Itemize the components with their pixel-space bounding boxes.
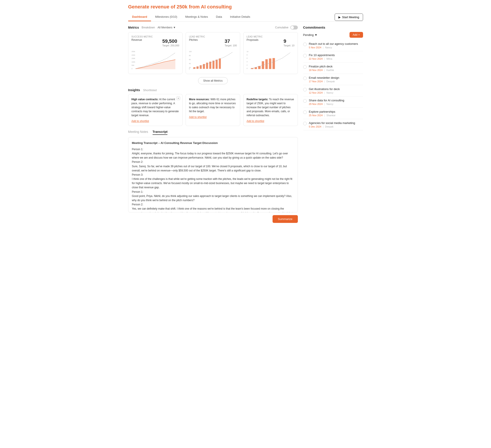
breakdown-value[interactable]: All Members ▼ (158, 26, 176, 29)
add-shortlist-link-2[interactable]: Add to shortlist (247, 120, 294, 123)
tab-meetings[interactable]: Meetings & Notes (181, 13, 212, 21)
commitment-item-7: Agencies for social media marketing 5 De… (303, 119, 363, 130)
svg-rect-28 (251, 68, 254, 69)
commitment-checkbox-5[interactable] (303, 99, 307, 103)
metric-value-revenue: 59,500 (162, 38, 179, 44)
metrics-header: Metrics Breakdown All Members ▼ Cumulati… (128, 26, 298, 29)
commitment-checkbox-7[interactable] (303, 122, 307, 125)
show-all-metrics-wrap: Show all Metrics (128, 77, 298, 84)
svg-text:0: 0 (189, 68, 190, 70)
commitment-text-6: Explore partnerships (309, 110, 363, 113)
add-shortlist-link-0[interactable]: Add to shortlist (132, 120, 179, 123)
svg-text:8: 8 (247, 54, 247, 56)
insight-text-0: High value contracts: At the current pac… (132, 97, 179, 117)
tab-meeting-notes[interactable]: Meeting Notes (128, 130, 148, 135)
commitment-meta-2: 18 Nov 2024 | Karthik (309, 69, 363, 71)
svg-text:60: 60 (189, 59, 191, 61)
insights-title: Insights (128, 88, 140, 92)
insight-title-2: Redefine targets: (247, 98, 268, 101)
metric-name-proposals: Proposals (247, 38, 258, 41)
commitment-person-6: Shankar (326, 114, 336, 117)
metric-name-pitches: Pitches (189, 38, 198, 41)
toggle-knob (291, 26, 294, 29)
start-meeting-button[interactable]: ▶ Start Meeting (335, 14, 363, 21)
commitments-list: Reach out to all our agency customers 5 … (303, 40, 363, 130)
commitment-text-7: Agencies for social media marketing (309, 121, 363, 125)
tab-milestones[interactable]: Milestones (0/10) (151, 13, 181, 21)
svg-rect-19 (216, 60, 218, 69)
metric-card-proposals: LEAD METRIC Proposals 9 Target: 10 10 8 … (243, 32, 298, 74)
svg-text:6: 6 (247, 57, 247, 59)
show-all-metrics-button[interactable]: Show all Metrics (198, 77, 227, 84)
insight-title-1: More resources: (189, 98, 209, 101)
commitment-date-7: 5 Dec 2024 (309, 125, 321, 128)
commitment-checkbox-3[interactable] (303, 76, 307, 80)
commitment-date-2: 18 Nov 2024 (309, 69, 323, 71)
commitment-checkbox-0[interactable] (303, 43, 307, 46)
svg-text:0: 0 (132, 68, 132, 70)
commitment-item-6: Explore partnerships 25 Nov 2024 | Shank… (303, 108, 363, 119)
insights-row: ✕ High value contracts: At the current p… (128, 94, 298, 126)
svg-rect-13 (197, 67, 198, 69)
commitment-date-6: 25 Nov 2024 (309, 114, 323, 117)
metrics-row: SUCCESS METRIC Revenue 59,500 Target: 25… (128, 32, 298, 74)
insight-close-button-0[interactable]: ✕ (177, 96, 180, 100)
commitment-person-5: Nancy (326, 103, 333, 105)
tab-dashboard[interactable]: Dashboard (128, 13, 151, 21)
tab-transcript[interactable]: Transcript (152, 130, 168, 135)
page-title: Generate revenue of 250k from AI consult… (128, 4, 363, 10)
commitment-item-4: Get illustrations for deck 12 Nov 2024 |… (303, 85, 363, 96)
commitment-checkbox-2[interactable] (303, 65, 307, 69)
metric-card-pitches: LEAD METRIC Pitches 37 Target: 100 100 8… (186, 32, 240, 74)
insight-text-1: More resources: With 61 more pitches to … (189, 97, 237, 113)
tab-initiative-details[interactable]: Initiative Details (226, 13, 254, 21)
svg-text:40: 40 (189, 63, 191, 65)
commitment-item-5: Share data for AI consulting 29 Nov 2024… (303, 96, 363, 108)
svg-text:250K: 250K (132, 51, 135, 53)
svg-rect-30 (258, 66, 261, 69)
svg-rect-15 (203, 64, 205, 69)
commitment-item-1: Fix 10 appointments 22 Nov 2024 | Milna (303, 51, 363, 63)
commitment-content-1: Fix 10 appointments 22 Nov 2024 | Milna (309, 53, 363, 60)
metric-value-pitches: 37 (225, 38, 237, 44)
insight-card-1: More resources: With 61 more pitches to … (186, 94, 240, 126)
commitment-date-0: 5 Nov 2024 (309, 46, 321, 49)
metric-card-revenue: SUCCESS METRIC Revenue 59,500 Target: 25… (128, 32, 183, 74)
summarize-button[interactable]: Summarize (273, 215, 298, 223)
commitment-item-0: Reach out to all our agency customers 5 … (303, 40, 363, 51)
metrics-title: Metrics (128, 26, 139, 29)
cumulative-label: Cumulative (275, 26, 288, 29)
commitment-text-2: Finalize pitch deck (309, 65, 363, 68)
commitment-item-3: Email newsletter design 17 Nov 2024 | De… (303, 74, 363, 85)
insights-header: Insights Shortlisted (128, 88, 298, 92)
commitment-meta-4: 12 Nov 2024 | Nancy (309, 91, 363, 94)
pending-dropdown[interactable]: Pending ▼ (303, 33, 318, 37)
commitments-panel: Commitments Pending ▼ Add + Reach out to… (303, 26, 363, 223)
commitment-content-4: Get illustrations for deck 12 Nov 2024 |… (309, 87, 363, 94)
svg-rect-18 (212, 61, 215, 69)
transcript-title: Meeting Transcript – AI Consulting Reven… (132, 141, 294, 145)
metric-target-revenue: Target: 250,000 (162, 44, 179, 47)
cumulative-toggle[interactable] (290, 26, 298, 29)
commitment-person-1: Milna (326, 57, 332, 60)
commitment-checkbox-4[interactable] (303, 88, 307, 91)
svg-rect-33 (269, 58, 271, 69)
commitment-checkbox-1[interactable] (303, 54, 307, 57)
commitment-content-0: Reach out to all our agency customers 5 … (309, 42, 363, 49)
svg-text:0: 0 (247, 68, 247, 69)
plus-icon: + (358, 33, 360, 36)
commitment-text-4: Get illustrations for deck (309, 87, 363, 91)
summarize-wrap: Summarize (128, 215, 298, 223)
metric-name-revenue: Revenue (132, 38, 142, 41)
commitment-checkbox-6[interactable] (303, 110, 307, 114)
tab-data[interactable]: Data (212, 13, 226, 21)
commitment-text-0: Reach out to all our agency customers (309, 42, 363, 46)
cumulative-toggle-wrap: Cumulative (275, 26, 298, 29)
transcript-content: Person 1: Alright, everyone, thanks for … (132, 147, 294, 212)
svg-rect-14 (200, 65, 202, 69)
shortlisted-tab[interactable]: Shortlisted (143, 88, 157, 92)
add-commitment-button[interactable]: Add + (349, 32, 363, 38)
add-shortlist-link-1[interactable]: Add to shortlist (189, 115, 237, 119)
svg-text:4: 4 (247, 61, 247, 63)
commitment-meta-5: 29 Nov 2024 | Nancy (309, 103, 363, 105)
